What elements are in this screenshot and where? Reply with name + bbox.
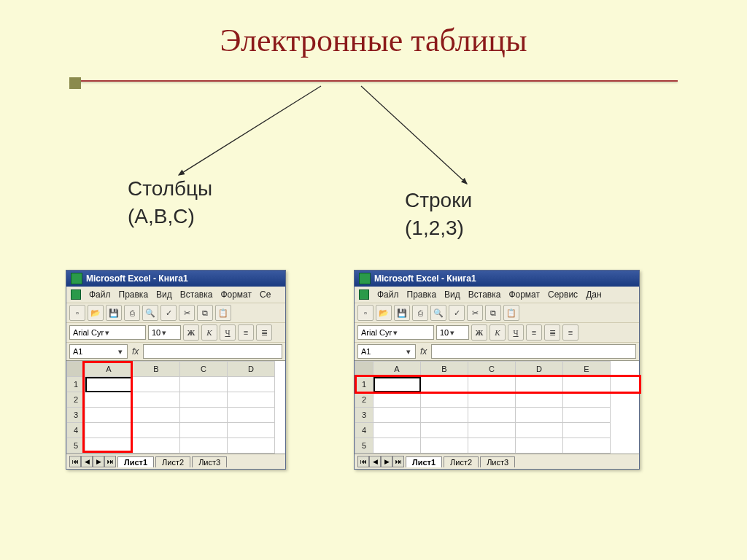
font-size-selector[interactable]: 10▾ (436, 325, 469, 340)
menu-item[interactable]: Формат (508, 289, 540, 300)
save-icon[interactable]: 💾 (394, 305, 410, 321)
cut-icon[interactable]: ✂ (467, 305, 483, 321)
name-box[interactable]: A1▾ (69, 344, 128, 359)
fx-icon[interactable]: fx (132, 346, 139, 357)
select-all-corner[interactable] (355, 362, 374, 377)
copy-icon[interactable]: ⧉ (485, 305, 501, 321)
menu-item[interactable]: Вид (156, 289, 172, 300)
cut-icon[interactable]: ✂ (179, 305, 195, 321)
name-box[interactable]: A1▾ (357, 344, 416, 359)
spell-icon[interactable]: ✓ (449, 305, 465, 321)
align-center-icon[interactable]: ≣ (256, 324, 272, 341)
row-header[interactable]: 3 (355, 408, 374, 423)
col-header[interactable]: D (228, 362, 275, 377)
menu-item[interactable]: Файл (377, 289, 399, 300)
paste-icon[interactable]: 📋 (215, 305, 231, 321)
toolbar-format: Arial Cyr▾ 10▾ Ж К Ч ≡ ≣ ≡ (355, 322, 639, 342)
menu-item[interactable]: Сервис (548, 289, 578, 300)
col-header[interactable]: C (180, 362, 228, 377)
align-left-icon[interactable]: ≡ (238, 324, 254, 341)
font-selector[interactable]: Arial Cyr▾ (69, 325, 146, 340)
save-icon[interactable]: 💾 (106, 305, 122, 321)
open-icon[interactable]: 📂 (376, 305, 392, 321)
cell-a1[interactable] (374, 377, 421, 392)
copy-icon[interactable]: ⧉ (197, 305, 213, 321)
align-right-icon[interactable]: ≡ (562, 324, 578, 341)
col-header[interactable]: D (516, 362, 563, 377)
sheet-tab[interactable]: Лист1 (406, 456, 442, 467)
bold-button[interactable]: Ж (183, 324, 199, 341)
sheet-tab[interactable]: Лист3 (192, 456, 227, 467)
new-icon[interactable]: ▫ (69, 305, 85, 321)
paste-icon[interactable]: 📋 (503, 305, 519, 321)
italic-button[interactable]: К (201, 324, 217, 341)
menu-item[interactable]: Правка (407, 289, 437, 300)
underline-button[interactable]: Ч (508, 324, 524, 341)
menu-item[interactable]: Вставка (180, 289, 213, 300)
col-header[interactable]: B (421, 362, 468, 377)
tab-nav-next-icon[interactable]: ▶ (93, 456, 104, 467)
print-icon[interactable]: ⎙ (412, 305, 428, 321)
row-header[interactable]: 5 (67, 438, 85, 454)
col-header[interactable]: E (563, 362, 611, 377)
italic-button[interactable]: К (489, 324, 506, 341)
menu-item[interactable]: Вид (444, 289, 460, 300)
sheet-tabs: ⏮ ◀ ▶ ⏭ Лист1 Лист2 Лист3 (66, 454, 285, 469)
print-icon[interactable]: ⎙ (124, 305, 140, 321)
fx-icon[interactable]: fx (420, 346, 427, 357)
sheet-tabs: ⏮ ◀ ▶ ⏭ Лист1 Лист2 Лист3 (355, 454, 639, 469)
cell-a1[interactable] (85, 377, 133, 392)
tab-nav-next-icon[interactable]: ▶ (381, 456, 392, 467)
font-size-selector[interactable]: 10▾ (148, 325, 181, 340)
sheet-grid[interactable]: A B C D E 1 2 3 4 5 (355, 360, 639, 454)
tab-nav-first-icon[interactable]: ⏮ (69, 456, 81, 467)
row-header[interactable]: 4 (67, 423, 85, 438)
spell-icon[interactable]: ✓ (160, 305, 177, 321)
menu-item[interactable]: Се (260, 289, 271, 300)
menu-item[interactable]: Файл (89, 289, 111, 300)
window-title: Microsoft Excel - Книга1 (86, 273, 188, 284)
titlebar: Microsoft Excel - Книга1 (355, 271, 639, 287)
row-header[interactable]: 1 (355, 377, 374, 392)
sheet-tab[interactable]: Лист1 (117, 456, 154, 467)
tab-nav-prev-icon[interactable]: ◀ (369, 456, 381, 467)
align-center-icon[interactable]: ≣ (544, 324, 560, 341)
col-header[interactable]: A (374, 362, 421, 377)
search-icon[interactable]: 🔍 (142, 305, 158, 321)
row-header[interactable]: 5 (355, 438, 374, 454)
menu-item[interactable]: Вставка (468, 289, 501, 300)
tab-nav-first-icon[interactable]: ⏮ (357, 456, 369, 467)
row-header[interactable]: 1 (67, 377, 85, 392)
font-selector[interactable]: Arial Cyr▾ (357, 325, 434, 340)
label-rows: Строки (1,2,3) (405, 187, 472, 242)
select-all-corner[interactable] (67, 362, 85, 377)
align-left-icon[interactable]: ≡ (526, 324, 542, 341)
sheet-grid[interactable]: A B C D 1 2 3 4 5 (66, 360, 285, 454)
row-header[interactable]: 3 (67, 408, 85, 423)
tab-nav-prev-icon[interactable]: ◀ (81, 456, 93, 467)
sheet-tab[interactable]: Лист3 (480, 456, 515, 467)
menu-item[interactable]: Дан (586, 289, 601, 300)
titlebar: Microsoft Excel - Книга1 (66, 271, 285, 287)
open-icon[interactable]: 📂 (88, 305, 104, 321)
toolbar-standard: ▫ 📂 💾 ⎙ 🔍 ✓ ✂ ⧉ 📋 (66, 303, 285, 322)
svg-line-1 (361, 86, 467, 184)
col-header[interactable]: A (85, 362, 133, 377)
new-icon[interactable]: ▫ (357, 305, 374, 321)
search-icon[interactable]: 🔍 (430, 305, 446, 321)
col-header[interactable]: C (468, 362, 516, 377)
bold-button[interactable]: Ж (471, 324, 487, 341)
row-header[interactable]: 4 (355, 423, 374, 438)
formula-bar[interactable] (431, 344, 636, 359)
menu-item[interactable]: Формат (220, 289, 252, 300)
sheet-tab[interactable]: Лист2 (155, 456, 190, 467)
row-header[interactable]: 2 (355, 392, 374, 408)
tab-nav-last-icon[interactable]: ⏭ (104, 456, 116, 467)
menu-item[interactable]: Правка (119, 289, 149, 300)
tab-nav-last-icon[interactable]: ⏭ (392, 456, 404, 467)
col-header[interactable]: B (133, 362, 180, 377)
row-header[interactable]: 2 (67, 392, 85, 408)
underline-button[interactable]: Ч (220, 324, 236, 341)
sheet-tab[interactable]: Лист2 (444, 456, 479, 467)
formula-bar[interactable] (143, 344, 282, 359)
